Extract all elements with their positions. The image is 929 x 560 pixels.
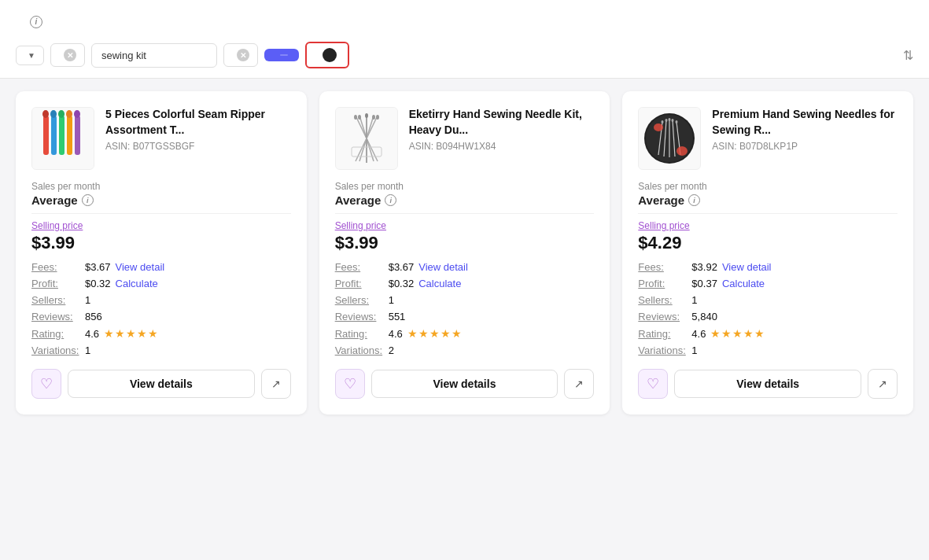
star-rating: ★★★★★: [710, 327, 765, 340]
selling-price: $4.29: [638, 233, 898, 253]
rating-label[interactable]: Rating:: [31, 328, 80, 340]
how-to-link[interactable]: i: [30, 16, 46, 28]
variations-row: Variations: 1: [31, 344, 291, 356]
reviews-value: 5,840: [691, 311, 717, 322]
sellers-value: 1: [691, 294, 697, 306]
sellers-row: Sellers: 1: [31, 294, 291, 306]
rating-value: 4.6: [691, 328, 706, 340]
variations-label[interactable]: Variations:: [638, 344, 687, 356]
variations-label[interactable]: Variations:: [31, 344, 80, 356]
profit-row: Profit: $0.37 Calculate: [638, 278, 898, 289]
fees-label[interactable]: Fees:: [638, 261, 687, 273]
svg-point-36: [672, 119, 674, 122]
rating-row: Rating: 4.6 ★★★★★: [31, 327, 291, 340]
rating-row: Rating: 4.6 ★★★★★: [638, 327, 898, 340]
sellers-label[interactable]: Sellers:: [638, 294, 687, 306]
average-row: Average i: [638, 193, 898, 207]
profit-calculate-link[interactable]: Calculate: [116, 278, 158, 289]
view-details-button[interactable]: View details: [371, 370, 559, 398]
reviews-value: 551: [389, 311, 406, 322]
sellers-label[interactable]: Sellers:: [31, 294, 80, 306]
view-details-button[interactable]: View details: [674, 370, 861, 398]
average-info-icon[interactable]: i: [82, 194, 94, 206]
external-link-button[interactable]: ↗: [261, 369, 291, 399]
title-row: i: [16, 9, 913, 34]
product-asin: ASIN: B07D8LKP1P: [712, 141, 898, 152]
product-thumbnail: [638, 107, 701, 170]
average-info-icon[interactable]: i: [385, 194, 396, 206]
view-details-button[interactable]: View details: [68, 370, 255, 398]
star-half-icon: ★: [148, 327, 158, 340]
svg-point-34: [665, 119, 668, 122]
svg-point-6: [42, 110, 49, 118]
product-thumbnail: [335, 107, 398, 170]
reviews-label[interactable]: Reviews:: [335, 311, 384, 322]
profit-label[interactable]: Profit:: [31, 278, 80, 289]
favorite-button[interactable]: ♡: [31, 369, 61, 399]
fees-view-detail-link[interactable]: View detail: [722, 261, 772, 273]
star-full-icon: ★: [429, 327, 440, 340]
variations-row: Variations: 2: [335, 344, 595, 356]
product-header: Eketirry Hand Sewing Needle Kit, Heavy D…: [335, 107, 595, 170]
external-link-icon: ↗: [574, 378, 584, 390]
external-link-icon: ↗: [878, 378, 887, 390]
profit-calculate-link[interactable]: Calculate: [418, 278, 461, 289]
average-label: Average: [31, 193, 78, 207]
find-products-button[interactable]: [264, 49, 299, 61]
favorite-button[interactable]: ♡: [335, 369, 365, 399]
average-info-icon[interactable]: i: [688, 194, 700, 206]
selling-price: $3.99: [31, 233, 291, 253]
star-full-icon: ★: [137, 327, 147, 340]
fees-label[interactable]: Fees:: [335, 261, 384, 273]
info-icon: i: [30, 16, 42, 28]
sellers-label[interactable]: Sellers:: [335, 294, 384, 306]
external-link-button[interactable]: ↗: [868, 369, 898, 399]
sort-icon[interactable]: ⇅: [903, 48, 913, 63]
fees-view-detail-link[interactable]: View detail: [418, 261, 468, 273]
svg-point-21: [376, 115, 379, 120]
profit-value: $0.37: [691, 278, 717, 289]
reviews-label[interactable]: Reviews:: [31, 311, 80, 322]
star-full-icon: ★: [418, 327, 429, 340]
low-price-close-icon[interactable]: ✕: [237, 49, 249, 61]
page-title: [16, 9, 20, 34]
variations-row: Variations: 1: [638, 344, 898, 356]
profit-label[interactable]: Profit:: [335, 278, 384, 289]
divider: [638, 213, 898, 214]
heart-icon: ♡: [40, 375, 53, 392]
external-link-button[interactable]: ↗: [564, 369, 594, 399]
product-thumbnail: [31, 107, 94, 170]
advanced-search-button[interactable]: [305, 42, 349, 68]
fees-view-detail-link[interactable]: View detail: [116, 261, 165, 273]
selling-price-label[interactable]: Selling price: [638, 220, 898, 231]
category-close-icon[interactable]: ✕: [64, 49, 76, 61]
profit-calculate-link[interactable]: Calculate: [722, 278, 765, 289]
main-content: 5 Pieces Colorful Seam Ripper Assortment…: [0, 79, 929, 427]
rating-label[interactable]: Rating:: [638, 328, 687, 340]
star-half-icon: ★: [452, 327, 462, 340]
profit-value: $0.32: [389, 278, 415, 289]
svg-point-10: [74, 110, 80, 118]
reviews-row: Reviews: 551: [335, 311, 595, 322]
rating-label[interactable]: Rating:: [335, 328, 384, 340]
selling-price-label[interactable]: Selling price: [335, 220, 595, 231]
profit-label[interactable]: Profit:: [638, 278, 687, 289]
rating-value: 4.6: [389, 328, 403, 340]
advanced-search-badge: [323, 48, 337, 62]
country-selector[interactable]: ▼: [16, 46, 44, 65]
variations-label[interactable]: Variations:: [335, 344, 384, 356]
heart-icon: ♡: [344, 375, 356, 392]
sellers-value: 1: [85, 294, 90, 306]
search-input[interactable]: [91, 43, 217, 68]
svg-point-31: [654, 123, 663, 131]
card-footer: ♡ View details ↗: [638, 369, 898, 399]
selling-price-label[interactable]: Selling price: [31, 220, 291, 231]
product-asin: ASIN: B07TGSSBGF: [105, 141, 291, 152]
fees-label[interactable]: Fees:: [31, 261, 80, 273]
svg-rect-3: [59, 116, 65, 155]
toolbar: ▼ ✕ ✕ ⇅: [16, 42, 913, 78]
star-full-icon: ★: [407, 327, 418, 340]
favorite-button[interactable]: ♡: [638, 369, 668, 399]
profit-row: Profit: $0.32 Calculate: [335, 278, 595, 289]
reviews-label[interactable]: Reviews:: [638, 311, 687, 322]
